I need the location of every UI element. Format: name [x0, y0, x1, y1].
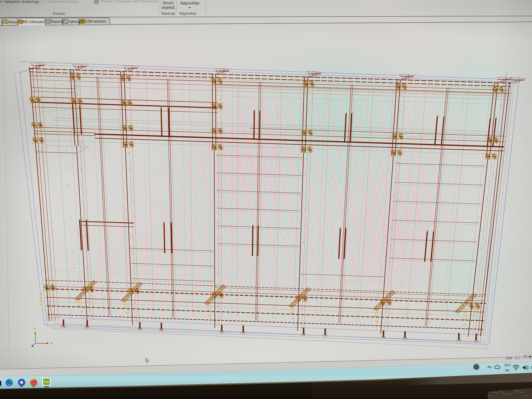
- svg-text:CV: CV: [44, 380, 49, 384]
